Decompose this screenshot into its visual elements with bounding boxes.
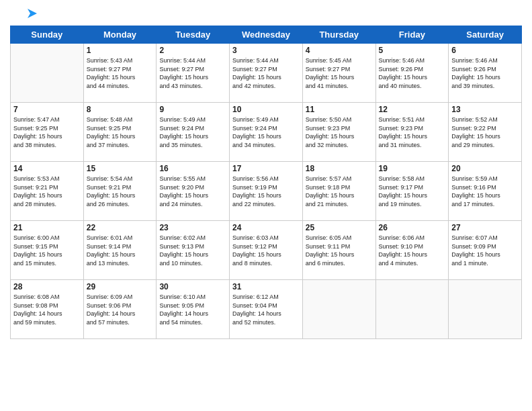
calendar-week-row: 7Sunrise: 5:47 AM Sunset: 9:25 PM Daylig… — [11, 103, 522, 162]
calendar-cell: 9Sunrise: 5:49 AM Sunset: 9:24 PM Daylig… — [157, 103, 230, 162]
cell-content: Sunrise: 5:46 AM Sunset: 9:26 PM Dayligh… — [451, 56, 519, 90]
cell-content: Sunrise: 5:58 AM Sunset: 9:17 PM Dayligh… — [379, 175, 446, 208]
logo-text — [25, 7, 38, 20]
calendar-cell: 23Sunrise: 6:02 AM Sunset: 9:13 PM Dayli… — [157, 221, 230, 280]
cell-content: Sunrise: 5:45 AM Sunset: 9:27 PM Dayligh… — [306, 56, 373, 90]
cell-content: Sunrise: 6:03 AM Sunset: 9:12 PM Dayligh… — [232, 234, 300, 267]
calendar-cell — [11, 44, 84, 103]
calendar-cell: 24Sunrise: 6:03 AM Sunset: 9:12 PM Dayli… — [230, 221, 303, 280]
calendar-cell: 11Sunrise: 5:50 AM Sunset: 9:23 PM Dayli… — [302, 103, 375, 162]
date-number: 24 — [232, 223, 300, 232]
calendar-cell: 15Sunrise: 5:54 AM Sunset: 9:21 PM Dayli… — [83, 162, 157, 221]
cell-content: Sunrise: 5:48 AM Sunset: 9:25 PM Dayligh… — [87, 116, 154, 149]
cell-content: Sunrise: 5:44 AM Sunset: 9:27 PM Dayligh… — [232, 56, 300, 90]
day-header-friday: Friday — [375, 26, 449, 44]
calendar-cell: 28Sunrise: 6:08 AM Sunset: 9:08 PM Dayli… — [11, 280, 84, 339]
calendar-cell: 3Sunrise: 5:44 AM Sunset: 9:27 PM Daylig… — [230, 44, 303, 103]
calendar-cell — [375, 280, 449, 339]
svg-marker-0 — [28, 9, 37, 18]
date-number: 17 — [232, 164, 300, 173]
cell-content: Sunrise: 6:05 AM Sunset: 9:11 PM Dayligh… — [306, 234, 373, 267]
calendar-week-row: 14Sunrise: 5:53 AM Sunset: 9:21 PM Dayli… — [11, 162, 522, 221]
date-number: 16 — [159, 164, 226, 173]
cell-content: Sunrise: 5:55 AM Sunset: 9:20 PM Dayligh… — [159, 175, 226, 208]
cell-content: Sunrise: 5:54 AM Sunset: 9:21 PM Dayligh… — [87, 175, 154, 208]
date-number: 8 — [87, 105, 154, 114]
calendar-cell — [449, 280, 522, 339]
cell-content: Sunrise: 6:02 AM Sunset: 9:13 PM Dayligh… — [159, 234, 226, 267]
calendar-header-row: SundayMondayTuesdayWednesdayThursdayFrid… — [11, 26, 522, 44]
date-number: 15 — [87, 164, 154, 173]
date-number: 14 — [13, 164, 81, 173]
calendar-cell: 27Sunrise: 6:07 AM Sunset: 9:09 PM Dayli… — [449, 221, 522, 280]
date-number: 6 — [451, 46, 519, 55]
date-number: 27 — [451, 223, 519, 232]
date-number: 30 — [159, 282, 226, 291]
page-container: SundayMondayTuesdayWednesdayThursdayFrid… — [0, 0, 532, 346]
cell-content: Sunrise: 5:53 AM Sunset: 9:21 PM Dayligh… — [13, 175, 81, 208]
cell-content: Sunrise: 5:44 AM Sunset: 9:27 PM Dayligh… — [159, 56, 226, 90]
calendar-body: 1Sunrise: 5:43 AM Sunset: 9:27 PM Daylig… — [11, 44, 522, 339]
calendar-cell: 26Sunrise: 6:06 AM Sunset: 9:10 PM Dayli… — [375, 221, 449, 280]
cell-content: Sunrise: 5:51 AM Sunset: 9:23 PM Dayligh… — [379, 116, 446, 149]
day-header-tuesday: Tuesday — [157, 26, 230, 44]
date-number: 26 — [379, 223, 446, 232]
logo-arrow-icon — [26, 7, 38, 19]
date-number: 12 — [379, 105, 446, 114]
calendar-cell: 12Sunrise: 5:51 AM Sunset: 9:23 PM Dayli… — [375, 103, 449, 162]
page-header — [10, 7, 522, 20]
calendar-cell — [302, 280, 375, 339]
calendar-cell: 31Sunrise: 6:12 AM Sunset: 9:04 PM Dayli… — [230, 280, 303, 339]
calendar-cell: 13Sunrise: 5:52 AM Sunset: 9:22 PM Dayli… — [449, 103, 522, 162]
calendar-cell: 19Sunrise: 5:58 AM Sunset: 9:17 PM Dayli… — [375, 162, 449, 221]
calendar-cell: 10Sunrise: 5:49 AM Sunset: 9:24 PM Dayli… — [230, 103, 303, 162]
date-number: 22 — [87, 223, 154, 232]
calendar-cell: 4Sunrise: 5:45 AM Sunset: 9:27 PM Daylig… — [302, 44, 375, 103]
calendar-week-row: 28Sunrise: 6:08 AM Sunset: 9:08 PM Dayli… — [11, 280, 522, 339]
calendar-cell: 17Sunrise: 5:56 AM Sunset: 9:19 PM Dayli… — [230, 162, 303, 221]
date-number: 13 — [451, 105, 519, 114]
date-number: 3 — [232, 46, 300, 55]
calendar-cell: 1Sunrise: 5:43 AM Sunset: 9:27 PM Daylig… — [83, 44, 157, 103]
cell-content: Sunrise: 6:12 AM Sunset: 9:04 PM Dayligh… — [232, 293, 300, 326]
cell-content: Sunrise: 6:06 AM Sunset: 9:10 PM Dayligh… — [379, 234, 446, 267]
day-header-sunday: Sunday — [11, 26, 84, 44]
date-number: 9 — [159, 105, 226, 114]
cell-content: Sunrise: 6:00 AM Sunset: 9:15 PM Dayligh… — [13, 234, 81, 267]
date-number: 7 — [13, 105, 81, 114]
calendar-cell: 5Sunrise: 5:46 AM Sunset: 9:26 PM Daylig… — [375, 44, 449, 103]
calendar-cell: 25Sunrise: 6:05 AM Sunset: 9:11 PM Dayli… — [302, 221, 375, 280]
date-number: 18 — [306, 164, 373, 173]
logo — [10, 7, 38, 20]
calendar-cell: 18Sunrise: 5:57 AM Sunset: 9:18 PM Dayli… — [302, 162, 375, 221]
cell-content: Sunrise: 5:46 AM Sunset: 9:26 PM Dayligh… — [379, 56, 446, 90]
day-header-thursday: Thursday — [302, 26, 375, 44]
cell-content: Sunrise: 5:47 AM Sunset: 9:25 PM Dayligh… — [13, 116, 81, 149]
day-header-monday: Monday — [83, 26, 157, 44]
date-number: 23 — [159, 223, 226, 232]
date-number: 19 — [379, 164, 446, 173]
calendar-cell: 16Sunrise: 5:55 AM Sunset: 9:20 PM Dayli… — [157, 162, 230, 221]
calendar-week-row: 1Sunrise: 5:43 AM Sunset: 9:27 PM Daylig… — [11, 44, 522, 103]
date-number: 28 — [13, 282, 81, 291]
date-number: 21 — [13, 223, 81, 232]
cell-content: Sunrise: 6:07 AM Sunset: 9:09 PM Dayligh… — [451, 234, 519, 267]
cell-content: Sunrise: 5:56 AM Sunset: 9:19 PM Dayligh… — [232, 175, 300, 208]
day-header-saturday: Saturday — [449, 26, 522, 44]
cell-content: Sunrise: 5:52 AM Sunset: 9:22 PM Dayligh… — [451, 116, 519, 149]
date-number: 31 — [232, 282, 300, 291]
calendar-cell: 21Sunrise: 6:00 AM Sunset: 9:15 PM Dayli… — [11, 221, 84, 280]
logo-icon — [11, 7, 25, 20]
calendar-cell: 8Sunrise: 5:48 AM Sunset: 9:25 PM Daylig… — [83, 103, 157, 162]
cell-content: Sunrise: 5:49 AM Sunset: 9:24 PM Dayligh… — [232, 116, 300, 149]
calendar-week-row: 21Sunrise: 6:00 AM Sunset: 9:15 PM Dayli… — [11, 221, 522, 280]
cell-content: Sunrise: 6:08 AM Sunset: 9:08 PM Dayligh… — [13, 293, 81, 326]
day-header-wednesday: Wednesday — [230, 26, 303, 44]
date-number: 20 — [451, 164, 519, 173]
date-number: 11 — [306, 105, 373, 114]
cell-content: Sunrise: 5:50 AM Sunset: 9:23 PM Dayligh… — [306, 116, 373, 149]
date-number: 29 — [87, 282, 154, 291]
date-number: 2 — [159, 46, 226, 55]
calendar-cell: 7Sunrise: 5:47 AM Sunset: 9:25 PM Daylig… — [11, 103, 84, 162]
cell-content: Sunrise: 5:57 AM Sunset: 9:18 PM Dayligh… — [306, 175, 373, 208]
